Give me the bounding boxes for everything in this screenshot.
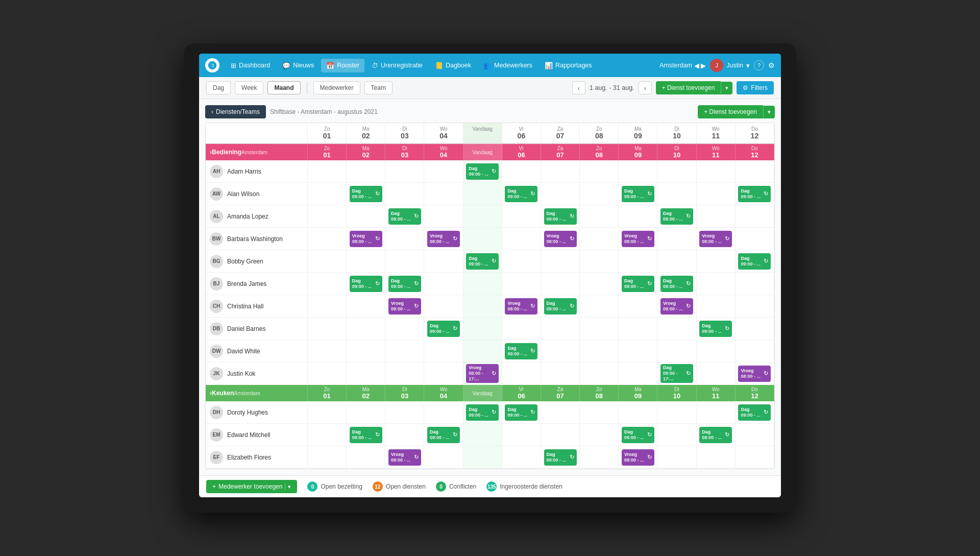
shift-cell-9[interactable]	[657, 250, 696, 272]
shift-cell-10[interactable]	[697, 273, 736, 295]
shift-badge[interactable]: Dag 09:00 - ... ↻	[544, 208, 577, 225]
shift-cell-6[interactable]: Dag 09:00 - ... ↻	[541, 205, 580, 227]
shift-cell-2[interactable]	[385, 424, 424, 446]
shift-cell-5[interactable]: Dag 09:00 - ... ↻	[502, 401, 541, 423]
shift-badge[interactable]: Dag 09:00 - ... ↻	[738, 253, 771, 270]
shift-cell-3[interactable]	[424, 183, 463, 205]
shift-cell-3[interactable]	[424, 205, 463, 227]
shift-cell-7[interactable]	[580, 401, 619, 423]
shift-cell-6[interactable]: Vroeg 08:00 - ... ↻	[541, 228, 580, 250]
shift-cell-11[interactable]	[736, 295, 774, 317]
shift-cell-8[interactable]	[619, 250, 657, 272]
shift-cell-0[interactable]	[308, 446, 347, 468]
shift-cell-8[interactable]	[619, 401, 657, 423]
shift-cell-6[interactable]: Dag 09:00 - ... ↻	[541, 446, 580, 468]
shift-cell-11[interactable]	[736, 446, 774, 468]
shift-cell-5[interactable]	[502, 446, 541, 468]
shift-cell-0[interactable]	[308, 340, 347, 362]
shift-cell-11[interactable]	[736, 228, 774, 250]
shift-cell-5[interactable]	[502, 362, 541, 384]
shift-cell-11[interactable]: Dag 09:00 - ... ↻	[736, 250, 774, 272]
shift-cell-4[interactable]	[463, 424, 502, 446]
diensten-teams-button[interactable]: › Diensten/Teams	[205, 105, 266, 118]
shift-badge[interactable]: Dag 09:00 - ... ↻	[660, 276, 693, 292]
nav-dashboard[interactable]: ⊞ Dashboard	[226, 59, 275, 72]
nav-nieuws[interactable]: 💬 Nieuws	[277, 59, 319, 72]
shift-cell-11[interactable]	[736, 424, 774, 446]
shift-cell-6[interactable]	[541, 273, 580, 295]
shift-cell-7[interactable]	[580, 250, 619, 272]
shift-cell-8[interactable]	[619, 318, 657, 340]
date-next-button[interactable]: ›	[639, 81, 652, 94]
shift-badge[interactable]: Vroeg 08:00 - ... ↻	[388, 298, 421, 315]
shift-cell-1[interactable]	[347, 446, 385, 468]
shift-cell-10[interactable]	[697, 446, 736, 468]
shift-cell-3[interactable]	[424, 362, 463, 384]
shift-cell-10[interactable]	[697, 340, 736, 362]
shift-cell-7[interactable]	[580, 183, 619, 205]
shift-cell-0[interactable]	[308, 362, 347, 384]
shift-cell-8[interactable]	[619, 160, 657, 182]
shift-cell-6[interactable]	[541, 183, 580, 205]
shift-badge[interactable]: Dag 09:00 - ... ↻	[388, 208, 421, 225]
help-icon[interactable]: ?	[754, 60, 764, 70]
add-service-button[interactable]: + Dienst toevoegen	[656, 81, 721, 94]
shift-cell-5[interactable]	[502, 273, 541, 295]
shift-cell-10[interactable]	[697, 362, 736, 384]
emp-name-cell[interactable]: EF Elizabeth Flores	[206, 446, 308, 468]
shift-cell-10[interactable]	[697, 205, 736, 227]
add-service-dropdown-button[interactable]: ▾	[721, 82, 732, 94]
shift-cell-7[interactable]	[580, 295, 619, 317]
shift-cell-11[interactable]	[736, 340, 774, 362]
shift-cell-7[interactable]	[580, 160, 619, 182]
shift-badge[interactable]: Dag 09:00 - ... ↻	[699, 427, 732, 443]
emp-name-cell[interactable]: BW Barbara Washington	[206, 228, 308, 250]
shift-badge[interactable]: Dag 09:00 - ... ↻	[505, 186, 537, 202]
shift-badge[interactable]: Dag 09:00 - ... ↻	[388, 276, 421, 292]
view-maand-button[interactable]: Maand	[267, 81, 300, 94]
shift-cell-1[interactable]	[347, 295, 385, 317]
shift-cell-1[interactable]: Dag 09:00 - ... ↻	[347, 273, 385, 295]
shift-cell-8[interactable]	[619, 205, 657, 227]
nav-rooster[interactable]: 📅 Rooster	[321, 59, 364, 72]
emp-name-cell[interactable]: DH Doroty Hughes	[206, 401, 308, 423]
filter-team-button[interactable]: Team	[364, 81, 393, 94]
shift-badge[interactable]: Dag 09:00 - ... ↻	[427, 427, 460, 443]
shift-badge[interactable]: Dag 09:00 - ... ↻	[350, 276, 382, 292]
shift-cell-10[interactable]: Dag 09:00 - ... ↻	[697, 424, 736, 446]
shift-cell-3[interactable]	[424, 340, 463, 362]
shift-cell-2[interactable]	[385, 250, 424, 272]
shift-cell-5[interactable]	[502, 205, 541, 227]
shift-cell-0[interactable]	[308, 228, 347, 250]
shift-cell-11[interactable]	[736, 318, 774, 340]
shift-cell-1[interactable]	[347, 340, 385, 362]
shift-cell-7[interactable]	[580, 273, 619, 295]
shift-badge[interactable]: Dag 09:00 - 17:... ↻	[660, 364, 693, 382]
shift-cell-7[interactable]	[580, 205, 619, 227]
shift-cell-9[interactable]	[657, 340, 696, 362]
nav-user[interactable]: J Justin ▾	[710, 59, 750, 72]
shift-cell-0[interactable]	[308, 401, 347, 423]
shift-badge[interactable]: Dag 09:00 - ... ↻	[660, 208, 693, 225]
nav-rapportages[interactable]: 📊 Rapportages	[540, 59, 597, 72]
shift-cell-6[interactable]	[541, 160, 580, 182]
shift-badge[interactable]: Dag 09:00 - ... ↻	[622, 427, 654, 443]
shift-cell-4[interactable]	[463, 340, 502, 362]
shift-cell-1[interactable]	[347, 362, 385, 384]
shift-badge[interactable]: Dag 09:00 - ... ↻	[622, 186, 654, 202]
shift-cell-2[interactable]	[385, 160, 424, 182]
shift-cell-4[interactable]: Dag 09:00 - ... ↻	[463, 401, 502, 423]
shift-cell-4[interactable]: Vroeg 08:00 - 17:... ↻	[463, 362, 502, 384]
shift-cell-1[interactable]	[347, 205, 385, 227]
shift-cell-5[interactable]	[502, 160, 541, 182]
shift-cell-2[interactable]	[385, 183, 424, 205]
shift-cell-3[interactable]	[424, 250, 463, 272]
shift-cell-2[interactable]: Vroeg 08:00 - ... ↻	[385, 446, 424, 468]
shift-cell-1[interactable]	[347, 401, 385, 423]
add-service-dropdown-2[interactable]: ▾	[763, 106, 775, 118]
emp-name-cell[interactable]: AH Adam Harris	[206, 160, 308, 182]
shift-cell-4[interactable]	[463, 446, 502, 468]
shift-cell-9[interactable]: Dag 09:00 - ... ↻	[657, 273, 696, 295]
shift-cell-9[interactable]	[657, 228, 696, 250]
shift-cell-10[interactable]: Vroeg 08:00 - ... ↻	[697, 228, 736, 250]
